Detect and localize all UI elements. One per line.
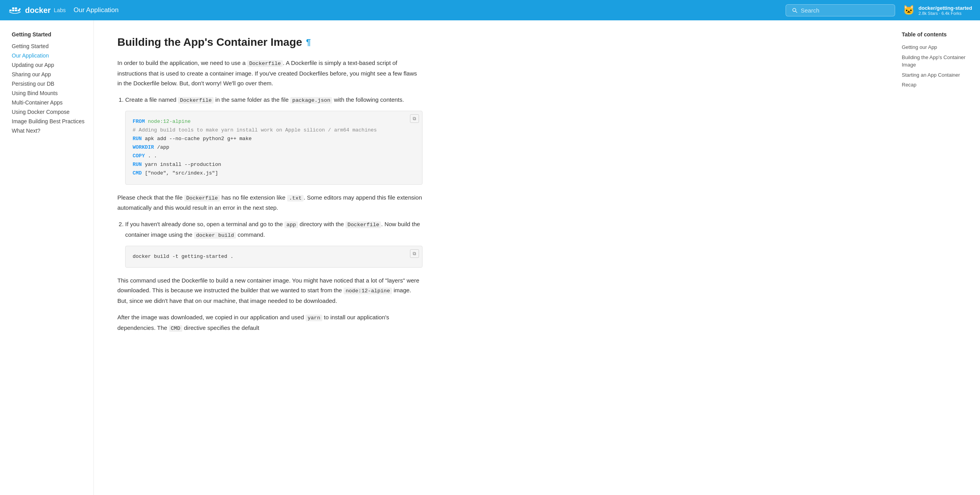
repo-name: docker/getting-started <box>919 5 972 11</box>
logo[interactable]: docker Labs <box>8 5 66 16</box>
svg-rect-4 <box>15 7 17 9</box>
sidebar-item-what-next[interactable]: What Next? <box>12 126 86 135</box>
description-p2: After the image was downloaded, we copie… <box>117 312 423 333</box>
toc-item-building-image[interactable]: Building the App's Container Image <box>902 52 972 70</box>
copy-button-1[interactable]: ⧉ <box>410 114 419 123</box>
sidebar-item-updating-app[interactable]: Updating our App <box>12 60 86 70</box>
sidebar-item-persisting-db[interactable]: Persisting our DB <box>12 79 86 88</box>
copy-button-2[interactable]: ⧉ <box>410 249 419 258</box>
svg-rect-1 <box>12 10 14 11</box>
docker-build-command: docker build -t getting-started . <box>133 254 233 259</box>
paragraph-anchor-icon[interactable]: ¶ <box>306 37 311 47</box>
dockerfile-code-3: Dockerfile <box>184 195 220 202</box>
toc-item-getting-app[interactable]: Getting our App <box>902 42 972 52</box>
svg-rect-3 <box>12 7 14 9</box>
logo-text: docker <box>25 6 51 15</box>
dockerfile-code-2: Dockerfile <box>178 97 214 104</box>
sidebar-item-bind-mounts[interactable]: Using Bind Mounts <box>12 88 86 98</box>
node-alpine-code: node:12-alpine <box>343 288 392 294</box>
svg-point-6 <box>19 8 21 10</box>
step-1: Create a file named Dockerfile in the sa… <box>125 95 423 185</box>
svg-rect-2 <box>15 10 17 11</box>
steps-list: Create a file named Dockerfile in the sa… <box>117 95 423 185</box>
dockerfile-code-4: Dockerfile <box>345 221 381 228</box>
toc-item-recap[interactable]: Recap <box>902 80 972 90</box>
repo-details: docker/getting-started 2.8k Stars · 6.4k… <box>919 5 972 16</box>
cmd-code: CMD <box>169 325 182 332</box>
step-2: If you haven't already done so, open a t… <box>125 219 423 268</box>
svg-rect-0 <box>9 10 12 11</box>
packagejson-code: package.json <box>290 97 332 104</box>
sidebar-item-docker-compose[interactable]: Using Docker Compose <box>12 107 86 117</box>
note-paragraph: Please check that the file Dockerfile ha… <box>117 193 423 213</box>
github-icon: 🐱 <box>903 5 915 16</box>
sidebar-item-our-application[interactable]: Our Application <box>12 51 86 60</box>
table-of-contents: Table of contents Getting our App Buildi… <box>894 20 980 495</box>
svg-rect-5 <box>18 10 20 11</box>
sidebar: Getting Started Getting Started Our Appl… <box>0 20 94 495</box>
labs-text: Labs <box>54 7 66 13</box>
txt-code: .txt <box>287 195 304 202</box>
dockerfile-code-1: Dockerfile <box>247 60 283 67</box>
code-block-2: ⧉ docker build -t getting-started . <box>125 246 423 268</box>
search-box[interactable] <box>786 4 895 16</box>
sidebar-item-image-building[interactable]: Image Building Best Practices <box>12 117 86 126</box>
description-p1: This command used the Dockerfile to buil… <box>117 275 423 306</box>
layout: Getting Started Getting Started Our Appl… <box>0 20 980 495</box>
sidebar-item-multi-container[interactable]: Multi-Container Apps <box>12 98 86 107</box>
page-title: Building the App's Container Image ¶ <box>117 36 423 49</box>
sidebar-item-sharing-app[interactable]: Sharing our App <box>12 70 86 79</box>
search-input[interactable] <box>801 7 889 14</box>
main-content: Building the App's Container Image ¶ In … <box>94 20 446 495</box>
toc-item-starting-container[interactable]: Starting an App Container <box>902 70 972 80</box>
steps-list-2: If you haven't already done so, open a t… <box>117 219 423 268</box>
header-title: Our Application <box>74 6 778 14</box>
yarn-code: yarn <box>306 315 322 321</box>
docker-logo-icon <box>8 5 22 16</box>
intro-paragraph: In order to build the application, we ne… <box>117 58 423 88</box>
code-block-1: ⧉ FROM node:12-alpine # Adding build too… <box>125 111 423 185</box>
sidebar-item-getting-started[interactable]: Getting Started <box>12 41 86 51</box>
app-dir-code: app <box>284 221 298 228</box>
sidebar-section-title: Getting Started <box>12 31 86 38</box>
header: docker Labs Our Application 🐱 docker/get… <box>0 0 980 20</box>
docker-build-code: docker build <box>194 232 236 239</box>
repo-stats: 2.8k Stars · 6.4k Forks <box>919 11 972 16</box>
toc-title: Table of contents <box>902 31 972 38</box>
search-icon <box>791 7 798 13</box>
repo-info[interactable]: 🐱 docker/getting-started 2.8k Stars · 6.… <box>903 5 972 16</box>
